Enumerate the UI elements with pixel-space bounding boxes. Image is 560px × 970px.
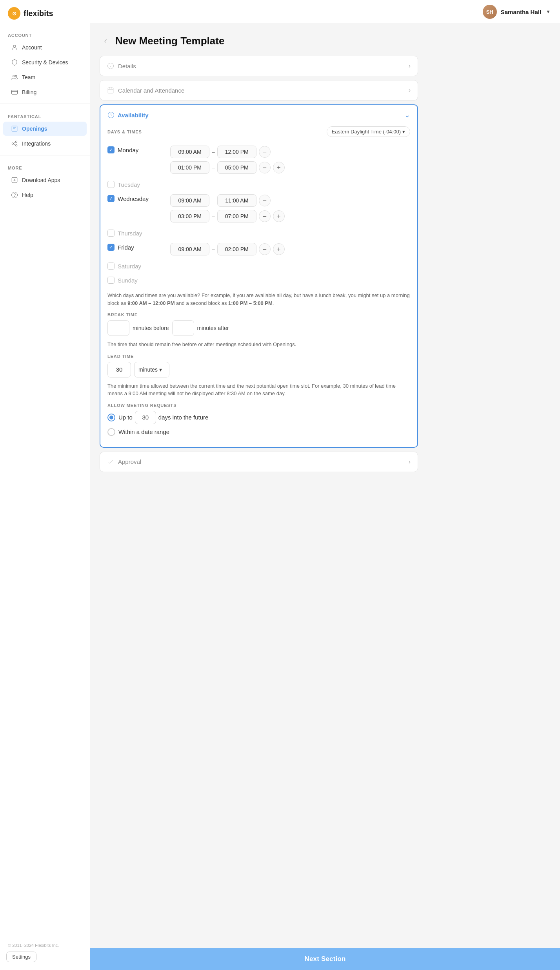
calendar-accordion: Calendar and Attendance › bbox=[100, 80, 418, 100]
availability-header[interactable]: Availability ⌄ bbox=[100, 105, 417, 125]
tuesday-label: Tuesday bbox=[118, 181, 140, 188]
friday-slot1-add-button[interactable]: + bbox=[273, 243, 285, 255]
svg-point-2 bbox=[13, 45, 16, 47]
svg-point-3 bbox=[13, 75, 15, 77]
radio-upto-button[interactable] bbox=[107, 414, 115, 421]
tuesday-checkbox-area: Tuesday bbox=[107, 180, 170, 188]
svg-line-11 bbox=[14, 142, 16, 143]
details-accordion: Details › bbox=[100, 56, 418, 76]
logo: ⊙ flexibits bbox=[0, 0, 90, 27]
sidebar-item-team[interactable]: Team bbox=[3, 70, 87, 84]
svg-point-4 bbox=[15, 75, 17, 77]
user-name: Samantha Hall bbox=[501, 9, 541, 15]
lead-time-label: LEAD TIME bbox=[107, 354, 410, 359]
copyright: © 2011–2024 Flexibits Inc. bbox=[0, 941, 90, 950]
saturday-checkbox[interactable] bbox=[107, 263, 115, 270]
friday-slot1-remove-button[interactable]: – bbox=[259, 243, 271, 255]
svg-line-12 bbox=[14, 144, 16, 145]
wednesday-slot2-add-button[interactable]: + bbox=[273, 210, 285, 222]
lead-unit-value: minutes bbox=[138, 366, 158, 373]
sidebar-item-download[interactable]: Download Apps bbox=[3, 173, 87, 187]
sidebar-item-openings[interactable]: Openings bbox=[3, 122, 87, 136]
sidebar-item-label: Security & Devices bbox=[22, 59, 68, 66]
monday-slot1-remove-button[interactable]: – bbox=[259, 146, 271, 158]
download-icon bbox=[11, 177, 18, 184]
monday-slot2-remove-button[interactable]: – bbox=[259, 162, 271, 173]
next-section-button[interactable]: Next Section bbox=[90, 948, 560, 970]
minutes-after-input[interactable] bbox=[172, 320, 194, 336]
approval-chevron-icon: › bbox=[409, 458, 411, 465]
sidebar-item-billing[interactable]: Billing bbox=[3, 85, 87, 99]
saturday-checkbox-area: Saturday bbox=[107, 262, 170, 270]
calendar-accordion-header[interactable]: Calendar and Attendance › bbox=[100, 80, 418, 100]
minutes-before-label: minutes before bbox=[133, 325, 169, 331]
more-section-label: MORE bbox=[0, 159, 90, 173]
upto-days-input[interactable] bbox=[135, 411, 156, 424]
page-content: New Meeting Template Details › Calendar … bbox=[90, 24, 427, 535]
wednesday-slot1-start[interactable] bbox=[170, 194, 209, 207]
wednesday-slot2-end[interactable] bbox=[217, 210, 256, 222]
monday-checkbox-area: Monday bbox=[107, 146, 170, 153]
lead-unit-chevron-icon: ▾ bbox=[159, 366, 162, 373]
day-row-tuesday: Tuesday bbox=[107, 177, 410, 191]
sidebar-item-security[interactable]: Security & Devices bbox=[3, 55, 87, 69]
wednesday-checkbox[interactable] bbox=[107, 195, 115, 202]
radio-daterange-button[interactable] bbox=[107, 428, 115, 436]
svg-rect-5 bbox=[12, 90, 18, 95]
thursday-checkbox[interactable] bbox=[107, 230, 115, 237]
sidebar-item-integrations[interactable]: Integrations bbox=[3, 137, 87, 151]
wednesday-slot2-remove-button[interactable]: – bbox=[259, 210, 271, 222]
clock-icon bbox=[107, 111, 115, 119]
monday-slot2-add-button[interactable]: + bbox=[273, 162, 285, 173]
logo-text: flexibits bbox=[24, 9, 53, 18]
radio-upto-label: Up to days into the future bbox=[118, 411, 208, 424]
integrations-icon bbox=[11, 140, 18, 147]
svg-rect-19 bbox=[108, 88, 113, 93]
tuesday-checkbox[interactable] bbox=[107, 181, 115, 188]
lead-unit-select[interactable]: minutes ▾ bbox=[134, 362, 169, 377]
friday-slot1-start[interactable] bbox=[170, 243, 209, 255]
lead-value-input[interactable] bbox=[107, 362, 131, 377]
page-header: New Meeting Template bbox=[100, 35, 418, 47]
minutes-after-label: minutes after bbox=[197, 325, 229, 331]
sidebar-item-account[interactable]: Account bbox=[3, 40, 87, 55]
timezone-value: Eastern Daylight Time (-04:00) bbox=[332, 129, 401, 135]
friday-checkbox[interactable] bbox=[107, 244, 115, 251]
timezone-select[interactable]: Eastern Daylight Time (-04:00) ▾ bbox=[327, 126, 410, 137]
sidebar-item-help[interactable]: Help bbox=[3, 188, 87, 202]
availability-title-area: Availability bbox=[107, 111, 149, 119]
page-title: New Meeting Template bbox=[115, 35, 224, 47]
sunday-label: Sunday bbox=[118, 277, 138, 284]
details-accordion-header[interactable]: Details › bbox=[100, 56, 418, 76]
radio-option-upto: Up to days into the future bbox=[107, 411, 410, 424]
monday-slot2-end[interactable] bbox=[217, 161, 256, 174]
day-row-sunday: Sunday bbox=[107, 273, 410, 287]
approval-label: Approval bbox=[118, 458, 141, 465]
monday-checkbox[interactable] bbox=[107, 146, 115, 153]
day-row-monday: Monday – – – – bbox=[107, 142, 410, 177]
monday-slot1-start[interactable] bbox=[170, 146, 209, 158]
info-icon bbox=[107, 62, 114, 69]
wednesday-slot1-remove-button[interactable]: – bbox=[259, 195, 271, 206]
friday-slot1-end[interactable] bbox=[217, 243, 256, 255]
calendar-label: Calendar and Attendance bbox=[118, 87, 184, 94]
person-icon bbox=[11, 44, 18, 51]
approval-accordion-header[interactable]: Approval › bbox=[100, 452, 418, 472]
day-row-saturday: Saturday bbox=[107, 259, 410, 273]
minutes-before-input[interactable] bbox=[107, 320, 129, 336]
monday-slot1-end[interactable] bbox=[217, 146, 256, 158]
dash-icon: – bbox=[212, 246, 215, 252]
wednesday-slot1-end[interactable] bbox=[217, 194, 256, 207]
monday-time-slots: – – – – + bbox=[170, 146, 410, 174]
wednesday-slot2-start[interactable] bbox=[170, 210, 209, 222]
settings-button[interactable]: Settings bbox=[6, 952, 36, 962]
svg-point-9 bbox=[15, 141, 17, 143]
back-button[interactable] bbox=[100, 35, 111, 47]
user-menu-chevron-icon[interactable]: ▼ bbox=[546, 9, 551, 15]
sunday-checkbox[interactable] bbox=[107, 277, 115, 284]
dash-icon: – bbox=[212, 149, 215, 155]
svg-point-15 bbox=[15, 196, 15, 197]
monday-slot-1: – – bbox=[170, 146, 410, 158]
sidebar-item-label: Billing bbox=[22, 89, 36, 95]
monday-slot2-start[interactable] bbox=[170, 161, 209, 174]
